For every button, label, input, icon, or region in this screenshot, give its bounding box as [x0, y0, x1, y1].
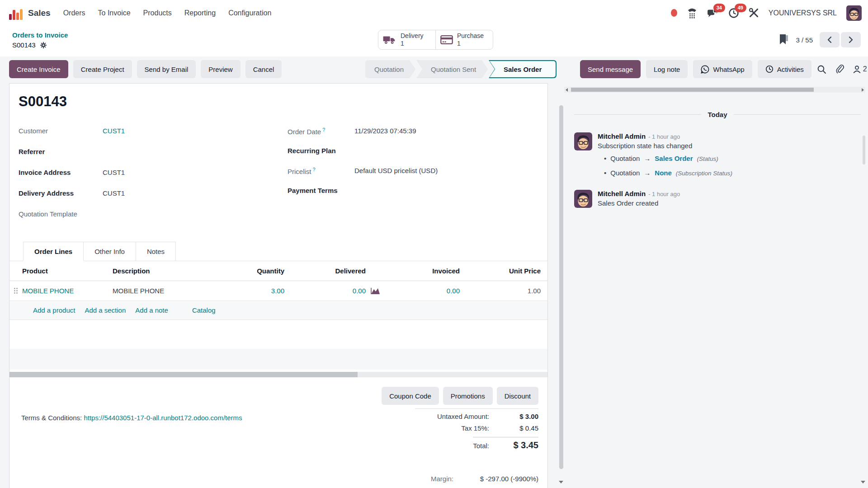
followers-button[interactable]: 2	[853, 65, 867, 74]
col-unit-price[interactable]: Unit Price	[460, 267, 541, 275]
avatar[interactable]	[574, 190, 592, 208]
catalog-link[interactable]: Catalog	[192, 306, 216, 314]
total-label: Total:	[473, 442, 489, 450]
menu-configuration[interactable]: Configuration	[228, 9, 271, 17]
whatsapp-button[interactable]: WhatsApp	[693, 60, 752, 78]
drag-handle-icon[interactable]	[9, 287, 22, 294]
help-icon[interactable]: ?	[313, 167, 316, 172]
delivery-address-label: Delivery Address	[19, 189, 103, 197]
add-section-link[interactable]: Add a section	[85, 306, 126, 314]
breadcrumb-parent[interactable]: Orders to Invoice	[12, 31, 68, 39]
form-fields-right: Order Date? 11/29/2023 07:45:39 Recurrin…	[288, 127, 541, 206]
scroll-right-arrow[interactable]	[862, 88, 864, 92]
pager-previous-button[interactable]	[820, 32, 840, 47]
cell-delivered[interactable]: 0.00	[284, 287, 366, 295]
terms-link[interactable]: https://54403051-17-0-all.runbot172.odoo…	[84, 414, 242, 422]
order-date-value[interactable]: 11/29/2023 07:45:39	[354, 127, 416, 135]
activities-badge: 49	[735, 4, 746, 12]
send-by-email-button[interactable]: Send by Email	[137, 60, 196, 78]
send-message-button[interactable]: Send message	[580, 60, 641, 78]
menu-products[interactable]: Products	[143, 9, 172, 17]
list-footer-links: Add a product Add a section Add a note C…	[9, 301, 547, 320]
pager-next-button[interactable]	[841, 32, 861, 47]
bookmark-icon[interactable]	[779, 34, 789, 45]
field-referrer: Referrer	[19, 148, 278, 169]
coupon-code-button[interactable]: Coupon Code	[382, 387, 439, 405]
col-description[interactable]: Description	[113, 267, 189, 275]
add-note-link[interactable]: Add a note	[135, 306, 168, 314]
promotions-button[interactable]: Promotions	[443, 387, 493, 405]
table-horizontal-scrollbar	[9, 372, 547, 377]
phone-icon[interactable]	[687, 8, 698, 19]
cell-quantity[interactable]: 3.00	[189, 287, 284, 295]
cell-unit-price[interactable]: 1.00	[460, 287, 541, 295]
add-product-link[interactable]: Add a product	[33, 306, 75, 314]
col-delivered[interactable]: Delivered	[284, 267, 366, 275]
customer-value[interactable]: CUST1	[103, 127, 125, 135]
debug-tools-icon[interactable]	[749, 8, 759, 18]
avatar[interactable]	[574, 132, 592, 150]
status-step-quotation-sent[interactable]: Quotation Sent	[416, 60, 488, 78]
cell-description[interactable]: MOBILE PHONE	[113, 287, 189, 295]
tab-other-info[interactable]: Other Info	[83, 242, 136, 261]
search-messages-icon[interactable]	[817, 65, 826, 74]
terms-and-conditions: Terms & Conditions: https://54403051-17-…	[21, 414, 242, 422]
delivery-address-value[interactable]: CUST1	[103, 189, 125, 197]
company-name[interactable]: YOUNIVERSYS SRL	[769, 9, 837, 17]
menu-orders[interactable]: Orders	[63, 9, 85, 17]
chatter-vertical-scrollbar[interactable]	[863, 136, 865, 164]
activities-clock-icon[interactable]: 49	[728, 8, 739, 19]
app-logo-icon[interactable]	[9, 6, 23, 20]
tax-label: Tax 15%:	[461, 424, 489, 432]
cell-product[interactable]: MOBILE PHONE	[22, 287, 113, 295]
total-value: $ 3.45	[495, 440, 538, 450]
status-step-sales-order[interactable]: Sales Order	[489, 60, 557, 78]
discount-button[interactable]: Discount	[497, 387, 538, 405]
invoice-address-label: Invoice Address	[19, 169, 103, 176]
status-dot-icon	[671, 9, 677, 17]
message-body: Subscription state has changed	[598, 142, 732, 150]
scroll-down-arrow[interactable]	[559, 481, 563, 483]
create-invoice-button[interactable]: Create Invoice	[9, 60, 68, 78]
col-quantity[interactable]: Quantity	[189, 267, 284, 275]
menu-to-invoice[interactable]: To Invoice	[98, 9, 131, 17]
user-avatar[interactable]	[846, 5, 862, 21]
hscroll-thumb[interactable]	[9, 372, 358, 377]
breadcrumb-current: S00143	[12, 41, 36, 49]
gear-icon[interactable]	[40, 42, 47, 49]
scroll-down-arrow[interactable]	[861, 481, 865, 483]
untaxed-value: $ 3.00	[495, 413, 538, 420]
help-icon[interactable]: ?	[322, 127, 325, 132]
attachments-icon[interactable]	[835, 64, 844, 74]
message-body: Sales Order created	[598, 199, 680, 207]
col-product[interactable]: Product	[22, 267, 113, 275]
purchase-smart-button[interactable]: Purchase 1	[435, 30, 493, 50]
cancel-button[interactable]: Cancel	[245, 60, 282, 78]
arrow-right-icon: →	[644, 155, 651, 162]
scroll-left-arrow[interactable]	[566, 88, 568, 92]
margin-value: $ -297.00 (-9900%)	[462, 475, 538, 483]
main-vertical-scrollbar[interactable]	[559, 105, 563, 469]
status-step-quotation[interactable]: Quotation	[365, 60, 415, 78]
log-note-button[interactable]: Log note	[646, 60, 688, 78]
forecast-chart-icon[interactable]	[370, 287, 381, 295]
invoice-address-value[interactable]: CUST1	[103, 169, 125, 176]
app-name[interactable]: Sales	[28, 8, 51, 18]
message-author[interactable]: Mitchell Admin	[598, 132, 646, 140]
preview-button[interactable]: Preview	[201, 60, 240, 78]
delivery-smart-button[interactable]: Delivery 1	[378, 30, 436, 50]
tab-order-lines[interactable]: Order Lines	[23, 242, 84, 261]
create-project-button[interactable]: Create Project	[73, 60, 132, 78]
col-invoiced[interactable]: Invoiced	[366, 267, 460, 275]
messages-icon[interactable]: 34	[707, 8, 719, 19]
tracking-change-subscription-status: • Quotation → None (Subscription Status)	[598, 169, 732, 177]
activities-button[interactable]: Activities	[758, 60, 811, 78]
table-row[interactable]: MOBILE PHONE MOBILE PHONE 3.00 0.00 0.00…	[9, 281, 547, 301]
followers-count: 2	[863, 65, 867, 73]
chatter-toolbar: Send message Log note WhatsApp Activitie…	[580, 60, 864, 78]
message-author[interactable]: Mitchell Admin	[598, 190, 646, 197]
menu-reporting[interactable]: Reporting	[184, 9, 216, 17]
table-header-row: Product Description Quantity Delivered I…	[9, 261, 547, 281]
tab-notes[interactable]: Notes	[136, 242, 176, 261]
pricelist-value[interactable]: Default USD pricelist (USD)	[354, 167, 438, 174]
